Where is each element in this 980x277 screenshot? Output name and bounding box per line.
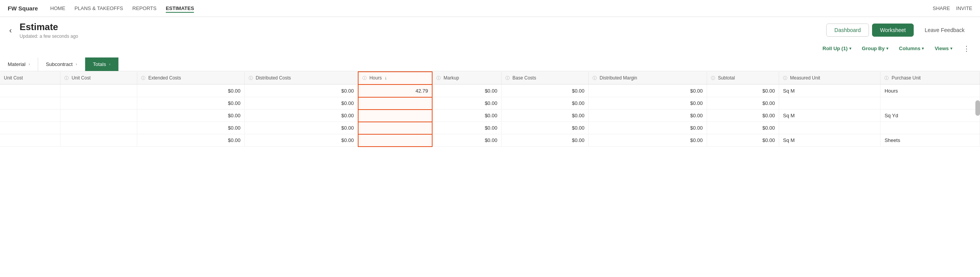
table-cell-row1-col9: [779, 97, 880, 110]
table-cell-row2-col0: [0, 110, 61, 122]
category-tabs: Material › Subcontract › Totals ‹: [0, 57, 980, 71]
data-table: Unit Cost ⓘ Unit Cost ⓘ Extended Costs ⓘ…: [0, 71, 980, 147]
table-cell-row2-col6: $0.00: [501, 110, 588, 122]
table-cell-row4-col8: $0.00: [707, 134, 779, 147]
toolbar-row: Roll Up (1) ▾ Group By ▾ Columns ▾ Views…: [0, 41, 980, 57]
page-subtitle: Updated: a few seconds ago: [20, 34, 78, 39]
info-icon-base-costs: ⓘ: [505, 76, 510, 80]
scrollbar-thumb[interactable]: [975, 100, 980, 116]
table-row: $0.00$0.00$0.00$0.00$0.00$0.00: [0, 97, 980, 110]
table-cell-row1-col6: $0.00: [501, 97, 588, 110]
back-button[interactable]: ‹: [8, 24, 13, 36]
cat-tab-totals-arrow: ‹: [109, 62, 111, 66]
table-cell-row0-col9: Sq M: [779, 84, 880, 97]
table-cell-row1-col2: $0.00: [137, 97, 244, 110]
table-cell-row0-col3: $0.00: [244, 84, 358, 97]
table-cell-row2-col7: $0.00: [588, 110, 707, 122]
table-cell-row3-col3: $0.00: [244, 122, 358, 134]
col-header-distributed-costs: ⓘ Distributed Costs: [244, 72, 358, 84]
table-cell-row2-col8: $0.00: [707, 110, 779, 122]
col-header-purchase-unit: ⓘ Purchase Unit: [881, 72, 980, 84]
cat-tab-material-arrow: ›: [29, 62, 30, 66]
nav-reports[interactable]: REPORTS: [132, 4, 157, 13]
tab-worksheet[interactable]: Worksheet: [872, 24, 914, 37]
info-icon-hours: ⓘ: [362, 76, 367, 80]
top-nav: FW Square HOME PLANS & TAKEOFFS REPORTS …: [0, 0, 980, 17]
cat-tab-totals[interactable]: Totals ‹: [85, 57, 119, 71]
col-header-hours[interactable]: ⓘ Hours ↓: [358, 72, 432, 84]
info-icon-purchase-unit: ⓘ: [884, 76, 889, 80]
roll-up-button[interactable]: Roll Up (1) ▾: [820, 44, 854, 53]
info-icon-unit-cost: ⓘ: [64, 76, 69, 80]
group-by-button[interactable]: Group By ▾: [860, 44, 891, 53]
cat-tab-subcontract-arrow: ›: [76, 62, 77, 66]
info-icon-markup: ⓘ: [436, 76, 441, 80]
table-cell-row4-col5: $0.00: [432, 134, 501, 147]
table-cell-row3-col0: [0, 122, 61, 134]
table-cell-row0-col4: 42.79: [358, 84, 432, 97]
table-cell-row1-col3: $0.00: [244, 97, 358, 110]
col-header-markup: ⓘ Markup: [432, 72, 501, 84]
table-cell-row4-col9: Sq M: [779, 134, 880, 147]
share-button[interactable]: SHARE: [933, 5, 950, 11]
header-row: ‹ Estimate Updated: a few seconds ago Da…: [0, 17, 980, 41]
table-cell-row1-col10: [881, 97, 980, 110]
tab-dashboard[interactable]: Dashboard: [826, 24, 869, 37]
table-cell-row1-col0: [0, 97, 61, 110]
table-header-row: Unit Cost ⓘ Unit Cost ⓘ Extended Costs ⓘ…: [0, 72, 980, 84]
table-cell-row2-col2: $0.00: [137, 110, 244, 122]
col-header-extended-costs: ⓘ Extended Costs: [137, 72, 244, 84]
table-cell-row4-col7: $0.00: [588, 134, 707, 147]
roll-up-chevron-icon: ▾: [849, 46, 851, 51]
table-cell-row1-col7: $0.00: [588, 97, 707, 110]
table-cell-row1-col1: [61, 97, 137, 110]
cat-tab-subcontract[interactable]: Subcontract ›: [38, 57, 85, 71]
col-header-unit-cost-1: Unit Cost: [0, 72, 61, 84]
more-options-button[interactable]: ⋮: [961, 43, 972, 54]
table-cell-row0-col10: Hours: [881, 84, 980, 97]
views-button[interactable]: Views ▾: [932, 44, 955, 53]
table-row: $0.00$0.00$0.00$0.00$0.00$0.00Sq MSq Yd: [0, 110, 980, 122]
table-cell-row3-col6: $0.00: [501, 122, 588, 134]
columns-label: Columns: [899, 46, 921, 51]
table-row: $0.00$0.0042.79$0.00$0.00$0.00$0.00Sq MH…: [0, 84, 980, 97]
cat-tab-material-label: Material: [8, 61, 25, 67]
col-header-measured-unit: ⓘ Measured Unit: [779, 72, 880, 84]
table-cell-row2-col1: [61, 110, 137, 122]
info-icon-measured-unit: ⓘ: [783, 76, 787, 80]
roll-up-label: Roll Up (1): [823, 46, 848, 51]
nav-plans[interactable]: PLANS & TAKEOFFS: [74, 4, 123, 13]
table-cell-row2-col5: $0.00: [432, 110, 501, 122]
table-cell-row3-col4: [358, 122, 432, 134]
table-cell-row0-col5: $0.00: [432, 84, 501, 97]
brand-logo: FW Square: [8, 5, 38, 12]
views-label: Views: [935, 46, 949, 51]
nav-estimates[interactable]: ESTIMATES: [166, 4, 194, 13]
sort-down-icon[interactable]: ↓: [385, 75, 387, 81]
table-cell-row2-col9: Sq M: [779, 110, 880, 122]
table-cell-row2-col4: [358, 110, 432, 122]
table-cell-row2-col10: Sq Yd: [881, 110, 980, 122]
table-cell-row4-col0: [0, 134, 61, 147]
table-cell-row0-col6: $0.00: [501, 84, 588, 97]
invite-button[interactable]: INVITE: [956, 5, 972, 11]
table-cell-row3-col5: $0.00: [432, 122, 501, 134]
table-cell-row3-col2: $0.00: [137, 122, 244, 134]
columns-button[interactable]: Columns ▾: [897, 44, 926, 53]
group-by-label: Group By: [862, 46, 885, 51]
info-icon-distributed-costs: ⓘ: [249, 76, 253, 80]
table-cell-row3-col1: [61, 122, 137, 134]
title-block: Estimate Updated: a few seconds ago: [20, 22, 78, 39]
cat-tab-material[interactable]: Material ›: [0, 57, 38, 71]
cat-tab-totals-label: Totals: [93, 61, 106, 67]
nav-home[interactable]: HOME: [50, 4, 65, 13]
table-cell-row0-col7: $0.00: [588, 84, 707, 97]
page-title: Estimate: [20, 22, 78, 33]
table-row: $0.00$0.00$0.00$0.00$0.00$0.00Sq MSheets: [0, 134, 980, 147]
table-cell-row0-col8: $0.00: [707, 84, 779, 97]
col-header-subtotal: ⓘ Subtotal: [707, 72, 779, 84]
table-cell-row0-col2: $0.00: [137, 84, 244, 97]
tab-leave-feedback[interactable]: Leave Feedback: [917, 24, 972, 36]
info-icon-subtotal: ⓘ: [711, 76, 715, 80]
table-cell-row3-col9: [779, 122, 880, 134]
